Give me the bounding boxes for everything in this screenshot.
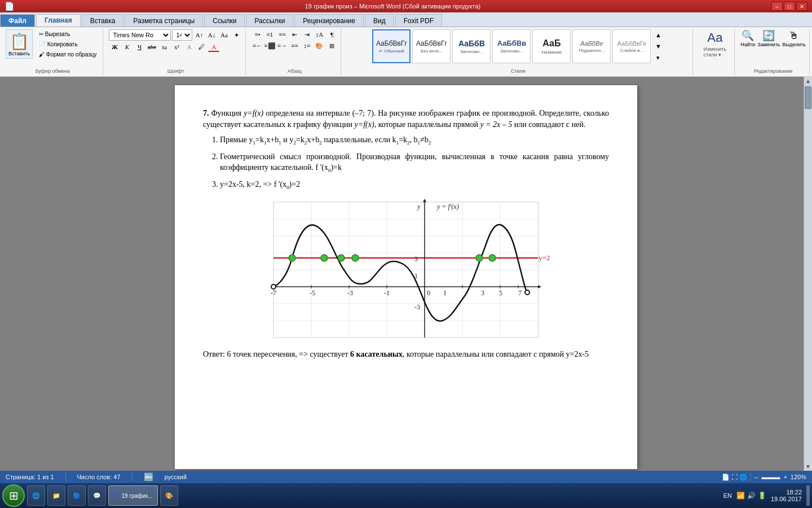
tab-mailings[interactable]: Рассылки <box>246 14 293 27</box>
chrome-icon: 🔵 <box>73 492 81 500</box>
scroll-thumb[interactable] <box>805 86 811 109</box>
borders-button[interactable]: ⊞ <box>326 41 337 51</box>
zoom-in-button[interactable]: + <box>783 474 787 480</box>
close-button[interactable]: ✕ <box>796 2 807 11</box>
clipboard-label: Буфер обмена <box>2 68 103 74</box>
show-marks-button[interactable]: ¶ <box>326 29 337 40</box>
strikethrough-button[interactable]: abe <box>146 42 157 52</box>
tab-view[interactable]: Вид <box>365 14 394 27</box>
justify-button[interactable]: ≡≡ <box>289 41 300 51</box>
font-family-select[interactable]: Times New Ro <box>109 29 171 41</box>
style-heading2[interactable]: АаБбВв Заголово... <box>492 29 531 63</box>
print-view-button[interactable]: 📄 <box>722 474 730 480</box>
style-subtitle[interactable]: АаБбВе Подзаголо... <box>572 29 611 63</box>
decrease-indent-button[interactable]: ⇤ <box>289 29 300 40</box>
styles-up-button[interactable]: ▲ <box>652 30 664 40</box>
tab-layout[interactable]: Разметка страницы <box>125 14 203 27</box>
scroll-up-arrow[interactable]: ▲ <box>804 77 812 85</box>
windows-logo-icon: ⊞ <box>9 489 19 502</box>
start-button[interactable]: ⊞ <box>2 484 25 507</box>
clock-time: 18:22 <box>771 489 802 496</box>
svg-text:0: 0 <box>427 289 430 297</box>
cut-button[interactable]: ✂ Вырезать <box>36 29 99 39</box>
vertical-scrollbar[interactable]: ▲ ▼ <box>804 77 812 471</box>
style-normal[interactable]: АаБбВвГг ↵ Обычный <box>372 29 411 63</box>
style-no-spacing[interactable]: АаБбВвГг Без инте... <box>412 29 451 63</box>
style-heading1[interactable]: АаБбВ Заголово... <box>452 29 491 63</box>
graph-container: y=2 y y = f'(x) -7 <box>203 196 609 343</box>
superscript-button[interactable]: x² <box>171 42 182 52</box>
multilevel-list-button[interactable]: ≡≡ <box>276 29 288 40</box>
find-button[interactable]: Найти <box>740 42 755 47</box>
left-endpoint <box>271 284 276 289</box>
svg-text:-1: -1 <box>384 289 390 297</box>
taskbar-explorer-button[interactable]: 📁 <box>47 485 65 506</box>
full-screen-button[interactable]: ⛶ <box>731 474 738 480</box>
zoom-out-button[interactable]: – <box>754 474 758 480</box>
style-subtle[interactable]: АаБбВвГе Слабое в... <box>612 29 651 63</box>
select-button[interactable]: Выделить <box>782 42 806 47</box>
web-view-button[interactable]: 🌐 <box>739 474 747 480</box>
change-case-button[interactable]: Aa <box>218 30 230 40</box>
taskbar-chrome-button[interactable]: 🔵 <box>68 485 86 506</box>
underline-button[interactable]: Ч <box>134 42 145 52</box>
maximize-button[interactable]: □ <box>784 2 795 11</box>
page-count: Страница: 1 из 1 <box>6 474 54 480</box>
align-left-button[interactable]: ≡← <box>251 41 263 51</box>
sort-button[interactable]: ↕A <box>314 29 325 40</box>
ribbon-content: 📋 Вставить ✂ Вырезать 📄 Копировать 🖌 Фор… <box>0 27 812 77</box>
shrink-font-button[interactable]: A↓ <box>206 30 217 40</box>
tab-foxit[interactable]: Foxit PDF <box>395 14 442 27</box>
taskbar-right-area: EN 📶 🔊 🔋 18:22 19.06.2017 <box>723 485 810 506</box>
font-size-select[interactable]: 14 <box>172 29 192 41</box>
paragraph-group: ≡• ≡1 ≡≡ ⇤ ⇥ ↕A ¶ ≡← ≡⬛ ≡→ ≡≡ ↕≡ 🎨 ⊞ Абз… <box>248 28 341 75</box>
show-desktop-button[interactable] <box>806 485 810 506</box>
editing-label: Редактирование <box>737 68 809 74</box>
style-title[interactable]: АаБ Название <box>532 29 571 63</box>
paste-button[interactable]: 📋 Вставить <box>6 29 33 59</box>
clear-format-button[interactable]: ✦ <box>231 30 242 40</box>
align-center-button[interactable]: ≡⬛ <box>264 41 275 51</box>
tab-home[interactable]: Главная <box>36 14 81 27</box>
editing-group: 🔍 Найти 🔄 Заменить 🖱 Выделить Редактиров… <box>737 28 810 75</box>
format-painter-button[interactable]: 🖌 Формат по образцу <box>36 50 99 59</box>
italic-button[interactable]: К <box>121 42 133 52</box>
subscript-button[interactable]: x₂ <box>158 42 170 52</box>
replace-button[interactable]: Заменить <box>757 42 780 47</box>
taskbar-skype-button[interactable]: 💬 <box>88 485 106 506</box>
scroll-down-arrow[interactable]: ▼ <box>804 462 812 471</box>
taskbar-word-button[interactable]: W 19 график... <box>108 485 158 506</box>
minimize-button[interactable]: – <box>771 2 783 11</box>
language: русский <box>165 474 187 480</box>
spell-check-icon[interactable]: 🔤 <box>144 472 153 481</box>
document-wrapper: ▲ ▼ 7. Функция y=f(x) определена на инте… <box>0 77 812 471</box>
numbering-button[interactable]: ≡1 <box>264 29 275 40</box>
styles-more-button[interactable]: ▾ <box>652 52 664 63</box>
system-clock[interactable]: 18:22 19.06.2017 <box>771 489 802 502</box>
text-highlight-button[interactable]: 🖊 <box>196 42 207 52</box>
zoom-slider[interactable]: ▬▬▬ <box>761 474 780 480</box>
increase-indent-button[interactable]: ⇥ <box>301 29 312 40</box>
grow-font-button[interactable]: A↑ <box>193 30 205 40</box>
taskbar-ie-button[interactable]: 🌐 <box>27 485 45 506</box>
text-effects-button[interactable]: A <box>183 42 195 52</box>
bold-button[interactable]: Ж <box>109 42 120 52</box>
y2-label: y=2 <box>539 253 550 262</box>
taskbar-paint-button[interactable]: 🎨 <box>160 485 178 506</box>
font-color-button[interactable]: A <box>208 42 219 52</box>
copy-button[interactable]: 📄 Копировать <box>36 40 99 49</box>
tab-references[interactable]: Ссылки <box>204 14 245 27</box>
styles-down-button[interactable]: ▼ <box>652 41 664 51</box>
tab-file[interactable]: Файл <box>0 14 35 27</box>
lang-indicator[interactable]: EN <box>723 492 732 499</box>
bullets-button[interactable]: ≡• <box>251 29 263 40</box>
line-spacing-button[interactable]: ↕≡ <box>301 41 312 51</box>
styles-label: Стили <box>343 68 692 74</box>
intersection-1 <box>289 255 295 261</box>
align-right-button[interactable]: ≡→ <box>276 41 288 51</box>
folder-icon: 📁 <box>52 492 60 500</box>
shading-button[interactable]: 🎨 <box>314 41 325 51</box>
list-item-2: Геометрический смысл производной. Произв… <box>220 151 609 174</box>
tab-review[interactable]: Рецензирование <box>294 14 364 27</box>
tab-insert[interactable]: Вставка <box>82 14 124 27</box>
